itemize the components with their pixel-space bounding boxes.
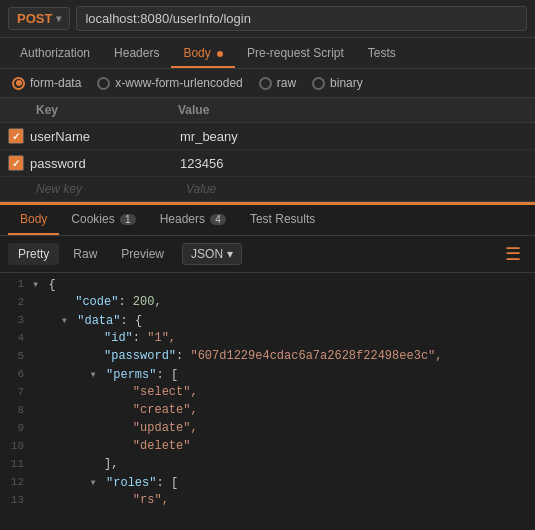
radio-formdata[interactable]: form-data	[12, 76, 81, 90]
line-number: 12	[0, 475, 32, 488]
subtab-raw[interactable]: Raw	[63, 243, 107, 265]
line-content: "delete"	[32, 439, 535, 453]
line-content: ▾ {	[32, 277, 535, 292]
radio-binary-circle	[312, 77, 325, 90]
line-content: "id": "1",	[32, 331, 535, 345]
radio-raw[interactable]: raw	[259, 76, 296, 90]
subtab-pretty[interactable]: Pretty	[8, 243, 59, 265]
body-type-row: form-data x-www-form-urlencoded raw bina…	[0, 69, 535, 98]
expand-arrow[interactable]: ▾	[90, 368, 104, 382]
tab-response-body[interactable]: Body	[8, 205, 59, 235]
line-number: 9	[0, 421, 32, 434]
line-content: ],	[32, 457, 535, 471]
code-line: 10 "delete"	[0, 439, 535, 457]
line-content: "password": "607d1229e4cdac6a7a2628f2249…	[32, 349, 535, 363]
radio-binary[interactable]: binary	[312, 76, 363, 90]
code-line: 7 "select",	[0, 385, 535, 403]
format-label: JSON	[191, 247, 223, 261]
url-input[interactable]	[76, 6, 527, 31]
code-line: 9 "update",	[0, 421, 535, 439]
radio-urlencoded[interactable]: x-www-form-urlencoded	[97, 76, 242, 90]
chevron-down-icon: ▾	[56, 13, 61, 24]
line-content: "select",	[32, 385, 535, 399]
code-block: 1▾ {2 "code": 200,3 ▾ "data": {4 "id": "…	[0, 273, 535, 515]
response-tabs: Body Cookies 1 Headers 4 Test Results	[0, 202, 535, 236]
line-number: 7	[0, 385, 32, 398]
col-header-key: Key	[8, 103, 178, 117]
line-content: ▾ "perms": [	[32, 367, 535, 382]
expand-arrow[interactable]: ▾	[90, 476, 104, 490]
code-line: 1▾ {	[0, 277, 535, 295]
line-number: 2	[0, 295, 32, 308]
method-dropdown[interactable]: POST ▾	[8, 7, 70, 30]
code-line: 6 ▾ "perms": [	[0, 367, 535, 385]
line-content: "create",	[32, 403, 535, 417]
line-content: "rs",	[32, 493, 535, 507]
body-dot-indicator	[217, 51, 223, 57]
line-number: 6	[0, 367, 32, 380]
code-line: 11 ],	[0, 457, 535, 475]
new-value-placeholder[interactable]: Value	[186, 182, 527, 196]
new-key-placeholder[interactable]: New key	[36, 182, 186, 196]
kv-table: Key Value userName mr_beany password 123…	[0, 98, 535, 202]
col-header-value: Value	[178, 103, 527, 117]
wrap-icon[interactable]: ☰	[499, 241, 527, 267]
kv-new-row: New key Value	[0, 177, 535, 201]
val-username: mr_beany	[180, 129, 527, 144]
line-number: 8	[0, 403, 32, 416]
tab-tests[interactable]: Tests	[356, 38, 408, 68]
code-line: 13 "rs",	[0, 493, 535, 511]
tab-authorization[interactable]: Authorization	[8, 38, 102, 68]
code-line: 12 ▾ "roles": [	[0, 475, 535, 493]
kv-row-username: userName mr_beany	[0, 123, 535, 150]
code-line: 2 "code": 200,	[0, 295, 535, 313]
code-line: 3 ▾ "data": {	[0, 313, 535, 331]
line-number: 11	[0, 457, 32, 470]
expand-arrow[interactable]: ▾	[32, 278, 46, 292]
subtab-preview[interactable]: Preview	[111, 243, 174, 265]
tab-cookies[interactable]: Cookies 1	[59, 205, 147, 235]
code-line: 5 "password": "607d1229e4cdac6a7a2628f22…	[0, 349, 535, 367]
format-dropdown[interactable]: JSON ▾	[182, 243, 242, 265]
key-username: userName	[30, 129, 180, 144]
kv-header: Key Value	[0, 98, 535, 123]
checkbox-username[interactable]	[8, 128, 24, 144]
chevron-down-icon: ▾	[227, 247, 233, 261]
checkbox-password[interactable]	[8, 155, 24, 171]
line-number: 10	[0, 439, 32, 452]
line-content: "code": 200,	[32, 295, 535, 309]
val-password: 123456	[180, 156, 527, 171]
tab-prerequest[interactable]: Pre-request Script	[235, 38, 356, 68]
method-label: POST	[17, 11, 52, 26]
headers-badge: 4	[210, 214, 226, 225]
line-number: 1	[0, 277, 32, 290]
line-content: "update",	[32, 421, 535, 435]
key-password: password	[30, 156, 180, 171]
tab-headers[interactable]: Headers	[102, 38, 171, 68]
cookies-badge: 1	[120, 214, 136, 225]
tab-response-headers[interactable]: Headers 4	[148, 205, 238, 235]
expand-arrow[interactable]: ▾	[61, 314, 75, 328]
code-line: 8 "create",	[0, 403, 535, 421]
top-bar: POST ▾	[0, 0, 535, 38]
radio-urlencoded-circle	[97, 77, 110, 90]
code-line: 4 "id": "1",	[0, 331, 535, 349]
line-number: 13	[0, 493, 32, 506]
tab-body[interactable]: Body	[171, 38, 235, 68]
kv-row-password: password 123456	[0, 150, 535, 177]
line-number: 5	[0, 349, 32, 362]
radio-raw-circle	[259, 77, 272, 90]
response-sub-tabs: Pretty Raw Preview JSON ▾ ☰	[0, 236, 535, 273]
radio-formdata-circle	[12, 77, 25, 90]
line-content: ▾ "data": {	[32, 313, 535, 328]
line-number: 3	[0, 313, 32, 326]
tab-test-results[interactable]: Test Results	[238, 205, 327, 235]
line-content: ▾ "roles": [	[32, 475, 535, 490]
line-number: 4	[0, 331, 32, 344]
request-tabs: Authorization Headers Body Pre-request S…	[0, 38, 535, 69]
